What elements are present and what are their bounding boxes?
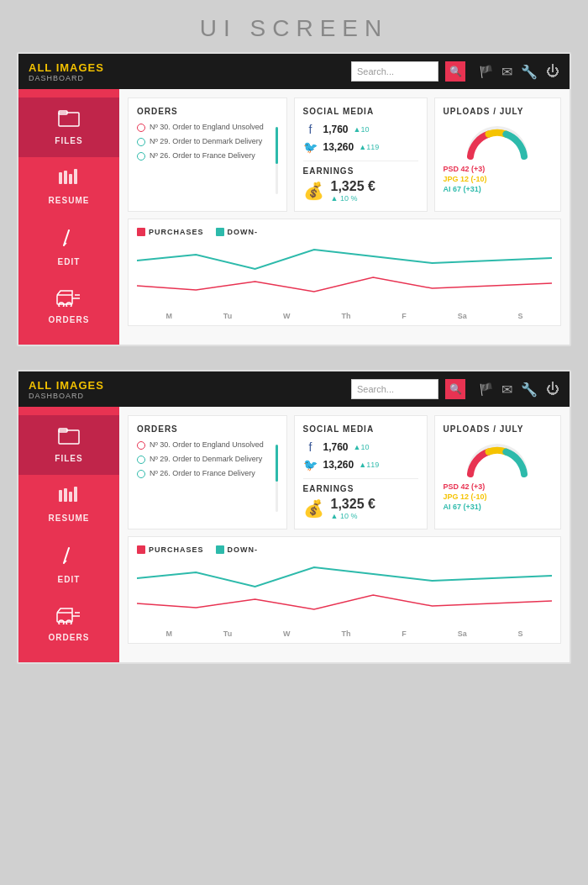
search-button[interactable]: 🔍 [445,61,465,82]
svg-rect-18 [74,487,77,502]
facebook-icon: f [303,123,318,136]
svg-rect-16 [64,488,67,502]
search-box-2[interactable] [351,379,438,399]
edit-icon-2 [60,546,78,572]
brand-subtitle-2: DASHBOARD [29,392,344,400]
earnings-amount-2: 1,325 € [331,497,375,511]
wrench-icon[interactable]: 🔧 [521,64,538,80]
orders-list: Nº 30. Order to England Unsolved Nº 29. … [137,123,270,194]
earnings-amount: 1,325 € [331,179,375,193]
coin-icon: 💰 [303,181,324,201]
uploads-card: UPLOADS / JULY [434,97,561,212]
legend-dot-down [216,228,224,236]
search-input-2[interactable] [357,384,433,394]
search-input[interactable] [357,66,433,76]
svg-rect-5 [74,169,77,184]
orders-title: ORDERS [137,107,278,116]
uploads-list-2: PSD 42 (+3) JPG 12 (-10) AI 67 (+31) [444,482,552,511]
facebook-row: f 1,760 ▲10 [303,123,418,136]
label-m: M [165,312,172,320]
upload-ai: AI 67 (+31) [444,185,552,193]
label-s: S [518,312,523,320]
flag-icon[interactable]: 🏴 [479,65,493,78]
sidebar-item-orders-2[interactable]: ORDERS [18,596,119,654]
main-area-2: FILES RESUME [18,407,570,662]
facebook-count-2: 1,760 [323,441,349,453]
chart-x-labels-2: M Tu W Th F Sa S [137,630,552,638]
sidebar-item-files[interactable]: FILES [18,97,119,157]
label-w-2: W [283,630,291,638]
order-item-2-1: Nº 30. Order to England Unsolved [137,440,270,450]
power-icon[interactable]: ⏻ [546,64,559,79]
legend-purchases: PURCHASES [137,228,204,236]
twitter-icon: 🐦 [303,140,318,154]
order-item-3: Nº 26. Order to France Delivery [137,151,270,161]
earnings-title-2: EARNINGS [303,484,418,493]
content-area: ORDERS Nº 30. Order to England Unsolved … [119,89,570,345]
sidebar-item-files-2[interactable]: FILES [18,415,119,475]
twitter-count-2: 13,260 [323,459,354,471]
dashboard-1: ALL IMAGES DASHBOARD 🔍 🏴 ✉ 🔧 ⏻ [17,52,571,346]
sidebar-item-orders[interactable]: ORDERS [18,278,119,336]
earnings-change: ▲ 10 % [331,194,375,203]
orders-card-2: ORDERS Nº 30. Order to England Unsolved … [128,415,287,529]
label-th-2: Th [341,630,350,638]
uploads-list: PSD 42 (+3) JPG 12 (-10) AI 67 (+31) [444,165,552,193]
order-dot-2 [137,138,145,146]
nav-icons: 🏴 ✉ 🔧 ⏻ [479,64,559,80]
nav-icons-2: 🏴 ✉ 🔧 ⏻ [479,382,559,398]
chart-x-labels: M Tu W Th F Sa S [137,312,552,320]
order-dot-1 [137,124,145,132]
earnings-title: EARNINGS [303,166,418,176]
legend-dot-purchases [137,228,145,236]
edit-icon [60,229,78,254]
orders-label: ORDERS [49,315,90,324]
brand-2: ALL IMAGES DASHBOARD [29,379,344,400]
sidebar-item-resume[interactable]: RESUME [18,157,119,217]
order-dot-2-1 [137,441,145,450]
resume-label: RESUME [49,196,90,205]
line-chart-svg-2 [137,557,552,624]
social-card: SOCIAL MEDIA f 1,760 ▲10 🐦 13,260 ▲119 E… [294,97,428,212]
legend-down: DOWN- [216,228,259,236]
svg-rect-15 [59,490,62,502]
power-icon-2[interactable]: ⏻ [546,382,559,397]
page-title: UI SCREEN [200,0,388,52]
sidebar-item-edit-2[interactable]: EDIT [18,535,119,596]
social-card-2: SOCIAL MEDIA f 1,760 ▲10 🐦 13,260 ▲119 E… [294,415,428,529]
orders-icon-2 [56,608,81,630]
search-button-2[interactable]: 🔍 [445,379,465,399]
label-f: F [402,312,407,320]
order-dot-2-2 [137,456,145,464]
mail-icon[interactable]: ✉ [501,64,512,80]
line-chart-svg [137,240,552,307]
files-label-2: FILES [55,454,82,463]
search-box[interactable] [351,61,438,82]
label-tu: Tu [223,312,232,320]
files-label: FILES [55,136,82,145]
coin-icon-2: 💰 [303,498,324,519]
facebook-icon-2: f [303,440,318,454]
social-title: SOCIAL MEDIA [303,107,418,116]
sidebar-item-resume-2[interactable]: RESUME [18,475,119,535]
order-item-1: Nº 30. Order to England Unsolved [137,123,270,132]
upload-ai-2: AI 67 (+31) [444,503,552,511]
chart-card-2: PURCHASES DOWN- M Tu W Th F [128,536,561,644]
order-item-2-2: Nº 29. Order to Denmark Delivery [137,455,270,464]
chart-legend: PURCHASES DOWN- [137,228,552,236]
flag-icon-2[interactable]: 🏴 [479,382,493,396]
legend-dot-down-2 [216,545,224,554]
twitter-icon-2: 🐦 [303,458,318,471]
gauge-chart-2 [444,440,552,477]
mail-icon-2[interactable]: ✉ [501,382,512,398]
sidebar-item-edit[interactable]: EDIT [18,217,119,278]
wrench-icon-2[interactable]: 🔧 [521,382,538,398]
twitter-change: ▲119 [359,143,379,151]
order-item-2: Nº 29. Order to Denmark Delivery [137,137,270,146]
order-item-2-3: Nº 26. Order to France Delivery [137,469,270,478]
label-m-2: M [165,630,172,638]
navbar: ALL IMAGES DASHBOARD 🔍 🏴 ✉ 🔧 ⏻ [18,54,570,89]
brand-title-2: ALL IMAGES [29,379,344,392]
main-area: FILES RESUME [18,89,570,345]
label-th: Th [341,312,350,320]
